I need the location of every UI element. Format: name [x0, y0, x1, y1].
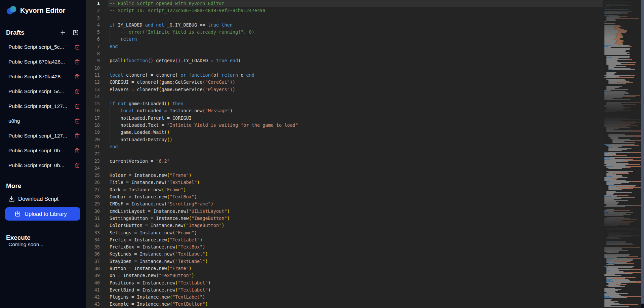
- more-label: More: [6, 182, 79, 190]
- scrollbar-thumb[interactable]: [641, 0, 644, 304]
- line-content: [108, 165, 603, 172]
- line-content: PrefixBox = Instance.new("TextBox"): [108, 243, 603, 251]
- sidebar-header: Kyvorn Editor: [0, 0, 86, 21]
- line-content: local notLoaded = Instance.new("Message"…: [108, 107, 603, 114]
- code-line: 36Keybinds = Instance.new("TextLabel"): [86, 251, 603, 258]
- line-content: notLoaded.Parent = COREGUI: [108, 115, 603, 122]
- download-script-button[interactable]: Download Script: [0, 193, 86, 204]
- more-section-header: More: [0, 182, 86, 190]
- drafts-section-header: Drafts: [0, 28, 86, 37]
- line-content: Positions = Instance.new("TextLabel"): [108, 279, 603, 286]
- line-number: 30: [86, 208, 100, 215]
- line-number: 34: [86, 236, 100, 243]
- draft-item-label: Public Script script_0b...: [8, 162, 75, 168]
- delete-draft-button[interactable]: [75, 59, 80, 65]
- draft-item[interactable]: Public Script script_0b...: [0, 143, 86, 158]
- line-number: 7: [86, 43, 100, 50]
- code-line: 1-- Public Script opened with Kyvorn Edi…: [86, 0, 603, 7]
- line-content: COREGUI = cloneref(game:GetService("Core…: [108, 79, 603, 86]
- line-content: ColorsButton = Instance.new("ImageButton…: [108, 222, 603, 229]
- download-icon: [8, 196, 15, 202]
- line-content: [108, 65, 603, 72]
- code-line: 27Dark = Instance.new("Frame"): [86, 186, 603, 193]
- line-number: 3: [86, 14, 100, 22]
- code-line: 43Example = Instance.new("TextButton"): [86, 301, 603, 308]
- line-content: notLoaded.Text = "Infinite Yield is wait…: [108, 122, 603, 129]
- line-number: 10: [86, 65, 100, 72]
- code-line: 13Players = cloneref(game:GetService("Pl…: [86, 86, 603, 93]
- delete-draft-button[interactable]: [75, 104, 80, 109]
- line-number: 13: [86, 86, 100, 93]
- upload-to-library-button[interactable]: Upload to Library: [5, 207, 80, 221]
- trash-icon: [75, 148, 80, 153]
- delete-draft-button[interactable]: [75, 118, 80, 124]
- code-line: 34Prefix = Instance.new("TextLabel"): [86, 236, 603, 243]
- execute-section-header: Execute: [0, 233, 86, 242]
- code-line: 8: [86, 50, 603, 57]
- execute-label: Execute: [6, 234, 79, 241]
- draft-item[interactable]: Public Script 870fa428...: [0, 54, 86, 69]
- delete-draft-button[interactable]: [75, 163, 80, 168]
- line-content: StayOpen = Instance.new("TextLabel"): [108, 258, 603, 265]
- line-number: 37: [86, 258, 100, 265]
- line-content: notLoaded:Destroy(): [108, 136, 603, 143]
- code-line: 38Button = Instance.new("Frame"): [86, 265, 603, 272]
- import-icon: [72, 29, 79, 36]
- line-content: return: [108, 36, 603, 43]
- line-content: cmdListLayout = Instance.new("UIListLayo…: [108, 208, 603, 215]
- line-number: 15: [86, 100, 100, 107]
- delete-draft-button[interactable]: [75, 89, 80, 94]
- line-number: 14: [86, 93, 100, 100]
- code-line: 3: [86, 14, 603, 22]
- draft-item-label: Public Script script_5c...: [8, 44, 75, 50]
- code-line: 30cmdListLayout = Instance.new("UIListLa…: [86, 208, 603, 215]
- scrollbar-track[interactable]: [641, 0, 644, 308]
- line-number: 27: [86, 186, 100, 193]
- code-line: 21end: [86, 143, 603, 150]
- code-line: 6 return: [86, 36, 603, 43]
- delete-draft-button[interactable]: [75, 44, 80, 50]
- delete-draft-button[interactable]: [75, 74, 80, 79]
- line-content: Title = Instance.new("TextLabel"): [108, 179, 603, 186]
- line-content: pcall(function() getgenv().IY_LOADED = t…: [108, 57, 603, 64]
- line-content: currentVersion = "6.2": [108, 158, 603, 165]
- drafts-label: Drafts: [6, 29, 54, 36]
- new-draft-button[interactable]: [59, 29, 67, 36]
- code-line: 26Title = Instance.new("TextLabel"): [86, 179, 603, 186]
- draft-item[interactable]: Public Script script_0b...: [0, 158, 86, 173]
- code-editor[interactable]: 1-- Public Script opened with Kyvorn Edi…: [86, 0, 644, 308]
- line-number: 17: [86, 115, 100, 122]
- code-line: 35PrefixBox = Instance.new("TextBox"): [86, 243, 603, 251]
- code-line: 11local cloneref = cloneref or function(…: [86, 72, 603, 79]
- line-number: 43: [86, 301, 100, 308]
- line-number: 16: [86, 107, 100, 114]
- draft-item[interactable]: Public Script script_127...: [0, 99, 86, 114]
- line-number: 9: [86, 57, 100, 64]
- draft-item[interactable]: Public Script script_5c...: [0, 84, 86, 99]
- draft-item[interactable]: Public Script script_127...: [0, 128, 86, 143]
- line-content: -- Public Script opened with Kyvorn Edit…: [108, 0, 603, 7]
- minimap[interactable]: [603, 0, 641, 308]
- delete-draft-button[interactable]: [75, 148, 80, 153]
- draft-item[interactable]: u8hg: [0, 114, 86, 128]
- draft-item[interactable]: Public Script script_5c...: [0, 40, 86, 54]
- line-number: 40: [86, 279, 100, 286]
- code-line: 29CMDsF = Instance.new("ScrollingFrame"): [86, 200, 603, 207]
- line-content: end: [108, 43, 603, 50]
- line-number: 21: [86, 143, 100, 150]
- app-title: Kyvorn Editor: [20, 7, 66, 14]
- code-area[interactable]: 1-- Public Script opened with Kyvorn Edi…: [86, 0, 603, 308]
- line-content: [108, 50, 603, 57]
- draft-item[interactable]: Public Script 870fa428...: [0, 69, 86, 84]
- code-line: 40Positions = Instance.new("TextLabel"): [86, 279, 603, 286]
- draft-item-label: u8hg: [8, 118, 75, 124]
- line-number: 22: [86, 150, 100, 157]
- code-line: 32ColorsButton = Instance.new("ImageButt…: [86, 222, 603, 229]
- code-line: 9pcall(function() getgenv().IY_LOADED = …: [86, 57, 603, 64]
- line-content: -- Script ID: script_1273c506-108a-4849-…: [108, 7, 603, 14]
- delete-draft-button[interactable]: [75, 133, 80, 139]
- trash-icon: [75, 89, 80, 94]
- import-draft-button[interactable]: [72, 29, 79, 36]
- line-number: 24: [86, 165, 100, 172]
- code-line: 16 local notLoaded = Instance.new("Messa…: [86, 107, 603, 114]
